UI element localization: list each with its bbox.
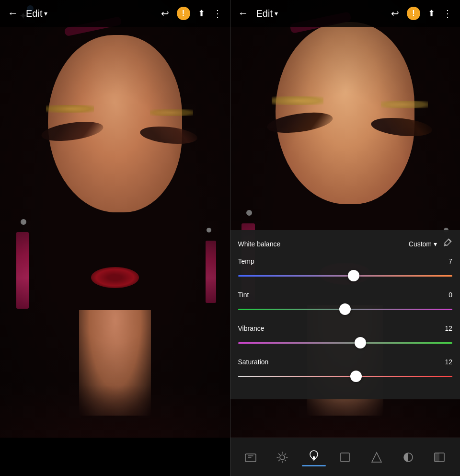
left-back-button[interactable]: ← xyxy=(8,7,18,20)
left-header: ← Edit ▾ ↩ ! ⬆ ⋮ xyxy=(0,0,230,27)
svg-rect-16 xyxy=(435,453,439,462)
eyedropper-button[interactable] xyxy=(443,238,452,250)
right-panel: ← Edit ▾ ↩ ! ⬆ ⋮ xyxy=(230,0,460,476)
temp-thumb[interactable] xyxy=(348,270,359,281)
vibrance-value: 12 xyxy=(445,325,452,332)
left-panel: ← Edit ▾ ↩ ! ⬆ ⋮ xyxy=(0,0,230,476)
temp-slider[interactable] xyxy=(238,269,453,282)
saturation-label: Saturation xyxy=(238,358,269,366)
right-adjustments-panel: White balance Custom ▾ xyxy=(230,230,460,399)
svg-line-9 xyxy=(285,453,286,454)
right-tool-photo[interactable] xyxy=(239,450,263,465)
saturation-adjustment: Saturation 12 xyxy=(238,358,453,383)
vibrance-adjustment: Vibrance 12 xyxy=(238,325,453,349)
right-undo-button[interactable]: ↩ xyxy=(391,8,399,19)
vibrance-label: Vibrance xyxy=(238,325,264,332)
left-warning-badge[interactable]: ! xyxy=(177,7,190,20)
left-undo-button[interactable]: ↩ xyxy=(161,8,169,19)
right-back-button[interactable]: ← xyxy=(238,7,249,20)
right-edit-dropdown[interactable]: ▾ xyxy=(275,10,278,17)
white-balance-label: White balance xyxy=(238,240,281,248)
svg-point-0 xyxy=(445,244,447,245)
right-tool-hsl[interactable] xyxy=(396,450,420,465)
left-more-button[interactable]: ⋮ xyxy=(213,8,222,19)
left-edit-title: Edit ▾ xyxy=(26,8,47,19)
tint-thumb[interactable] xyxy=(339,303,351,315)
temp-adjustment: Temp 7 xyxy=(238,257,453,282)
right-header: ← Edit ▾ ↩ ! ⬆ ⋮ xyxy=(230,0,460,27)
left-share-button[interactable]: ⬆ xyxy=(198,8,205,19)
tint-adjustment: Tint 0 xyxy=(238,291,453,316)
right-photo-area: White balance Custom ▾ xyxy=(230,0,460,438)
right-tool-light2[interactable] xyxy=(270,450,294,465)
right-tool-curve[interactable] xyxy=(365,450,389,465)
saturation-thumb[interactable] xyxy=(350,371,362,382)
right-warning-badge[interactable]: ! xyxy=(407,7,420,20)
right-edit-title: Edit ▾ xyxy=(256,8,278,19)
white-balance-row: White balance Custom ▾ xyxy=(238,238,453,250)
left-photo xyxy=(0,0,230,438)
saturation-slider[interactable] xyxy=(238,370,453,383)
color-tool-active-indicator xyxy=(302,465,326,466)
right-tool-detail[interactable] xyxy=(333,450,357,465)
svg-line-7 xyxy=(278,453,279,454)
saturation-value: 12 xyxy=(445,358,452,366)
tint-label: Tint xyxy=(238,291,249,299)
svg-point-2 xyxy=(280,455,285,460)
right-tool-more[interactable] xyxy=(427,450,451,465)
left-edit-dropdown[interactable]: ▾ xyxy=(44,10,47,17)
temp-label: Temp xyxy=(238,257,254,265)
svg-rect-11 xyxy=(313,456,315,459)
white-balance-dropdown-icon: ▾ xyxy=(434,240,437,248)
right-bottom-toolbar xyxy=(230,438,460,476)
vibrance-thumb[interactable] xyxy=(355,337,366,348)
temp-value: 7 xyxy=(448,257,452,265)
right-share-button[interactable]: ⬆ xyxy=(428,8,435,19)
svg-line-8 xyxy=(285,460,286,461)
white-balance-preset[interactable]: Custom ▾ xyxy=(409,240,437,248)
svg-rect-12 xyxy=(341,453,349,462)
right-more-button[interactable]: ⋮ xyxy=(443,8,452,19)
tint-slider[interactable] xyxy=(238,302,453,316)
vibrance-slider[interactable] xyxy=(238,336,453,349)
tint-value: 0 xyxy=(448,291,452,299)
svg-line-10 xyxy=(278,460,279,461)
right-tool-color[interactable] xyxy=(302,448,326,466)
left-photo-area xyxy=(0,0,230,438)
svg-marker-13 xyxy=(372,453,381,462)
